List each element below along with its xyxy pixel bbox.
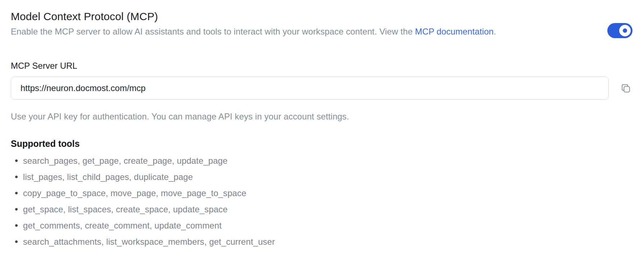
mcp-server-url-row [11, 77, 632, 100]
supported-tools-list: search_pages, get_page, create_page, upd… [11, 155, 632, 247]
mcp-description-period: . [494, 27, 496, 36]
mcp-server-url-label: MCP Server URL [11, 60, 632, 71]
mcp-toggle-thumb [619, 25, 631, 36]
page-title: Model Context Protocol (MCP) [11, 9, 496, 24]
mcp-header-row: Model Context Protocol (MCP) Enable the … [11, 9, 632, 38]
mcp-toggle[interactable] [607, 23, 632, 38]
copy-url-button[interactable] [619, 81, 632, 95]
mcp-settings-section: Model Context Protocol (MCP) Enable the … [0, 0, 644, 247]
api-key-helper-text: Use your API key for authentication. You… [11, 111, 632, 122]
mcp-description: Enable the MCP server to allow AI assist… [11, 25, 496, 38]
mcp-header-text: Model Context Protocol (MCP) Enable the … [11, 9, 496, 38]
supported-tools-item: get_comments, create_comment, update_com… [11, 220, 632, 231]
supported-tools-item: list_pages, list_child_pages, duplicate_… [11, 172, 632, 182]
copy-icon [620, 83, 631, 94]
mcp-description-text: Enable the MCP server to allow AI assist… [11, 27, 415, 36]
mcp-server-url-input[interactable] [11, 77, 609, 100]
supported-tools-item: copy_page_to_space, move_page, move_page… [11, 188, 632, 199]
supported-tools-item: search_pages, get_page, create_page, upd… [11, 155, 632, 166]
supported-tools-heading: Supported tools [11, 138, 632, 149]
mcp-documentation-link[interactable]: MCP documentation [415, 27, 494, 36]
supported-tools-item: get_space, list_spaces, create_space, up… [11, 204, 632, 215]
supported-tools-item: search_attachments, list_workspace_membe… [11, 236, 632, 247]
